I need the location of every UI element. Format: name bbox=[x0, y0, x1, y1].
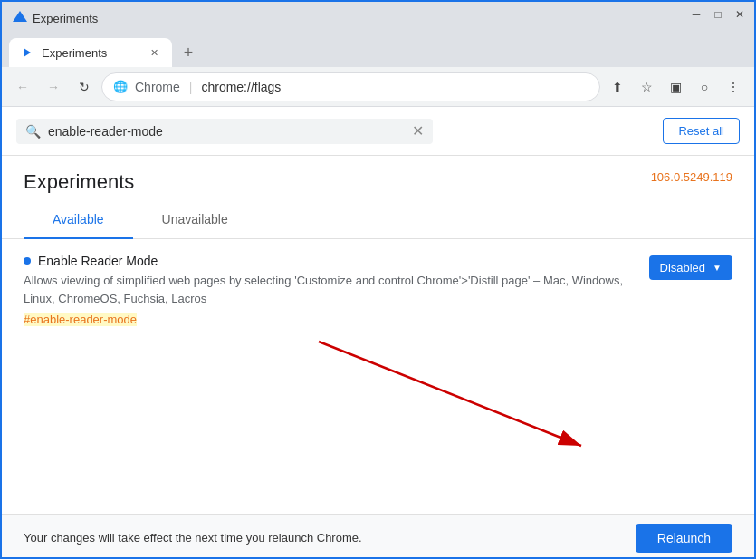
tab-favicon bbox=[20, 45, 34, 60]
flag-control-wrapper: Disabled ▼ bbox=[649, 254, 733, 280]
url-display: chrome://flags bbox=[201, 80, 281, 94]
flag-name-row: Enable Reader Mode bbox=[24, 254, 635, 268]
chevron-down-icon: ▼ bbox=[713, 263, 722, 273]
relaunch-button[interactable]: Relaunch bbox=[636, 524, 732, 553]
new-tab-button[interactable]: + bbox=[176, 40, 201, 65]
profile-button[interactable]: ○ bbox=[691, 73, 718, 101]
version-text: 106.0.5249.119 bbox=[651, 170, 732, 184]
tab-unavailable[interactable]: Unavailable bbox=[133, 201, 257, 239]
bottom-message: Your changes will take effect the next t… bbox=[24, 531, 362, 545]
security-icon: 🌐 bbox=[113, 80, 128, 93]
title-bar: Experiments ─ □ ✕ bbox=[2, 2, 754, 34]
menu-button[interactable]: ⋮ bbox=[720, 73, 747, 101]
svg-line-2 bbox=[319, 342, 581, 446]
page-title: Experiments bbox=[24, 170, 134, 194]
tabs-row: Available Unavailable bbox=[2, 201, 754, 239]
tab-label: Experiments bbox=[42, 46, 107, 60]
search-icon: 🔍 bbox=[25, 124, 41, 139]
refresh-button[interactable]: ↻ bbox=[71, 73, 98, 101]
tab-available[interactable]: Available bbox=[24, 201, 133, 239]
tab-close-button[interactable]: ✕ bbox=[147, 45, 161, 60]
experiments-header: Experiments 106.0.5249.119 bbox=[2, 156, 754, 194]
url-separator: | bbox=[189, 80, 193, 94]
nav-right-icons: ⬆ ☆ ▣ ○ ⋮ bbox=[604, 73, 747, 101]
app-favicon bbox=[13, 9, 27, 27]
content-area: 🔍 ✕ Reset all Experiments 106.0.5249.119… bbox=[2, 107, 754, 514]
bottom-bar: Your changes will take effect the next t… bbox=[2, 514, 754, 559]
flag-dropdown-label: Disabled bbox=[660, 261, 706, 275]
chrome-label: Chrome bbox=[135, 80, 180, 94]
active-tab[interactable]: Experiments ✕ bbox=[9, 38, 172, 67]
red-arrow-annotation bbox=[92, 287, 726, 468]
maximize-button[interactable]: □ bbox=[709, 5, 727, 24]
reset-all-button[interactable]: Reset all bbox=[663, 118, 740, 144]
minimize-button[interactable]: ─ bbox=[687, 5, 705, 24]
tab-title: Experiments bbox=[33, 12, 98, 25]
flag-dropdown-button[interactable]: Disabled ▼ bbox=[649, 255, 733, 280]
tab-bar: Experiments ✕ + bbox=[2, 34, 754, 67]
nav-bar: ← → ↻ 🌐 Chrome | chrome://flags ⬆ ☆ ▣ ○ … bbox=[2, 67, 754, 107]
flag-status-dot bbox=[24, 257, 31, 265]
search-input-wrapper[interactable]: 🔍 ✕ bbox=[16, 119, 433, 144]
back-button[interactable]: ← bbox=[9, 73, 36, 101]
close-button[interactable]: ✕ bbox=[731, 5, 749, 24]
search-input[interactable] bbox=[48, 124, 405, 139]
flag-name: Enable Reader Mode bbox=[38, 254, 158, 268]
bookmark-button[interactable]: ☆ bbox=[633, 73, 660, 101]
forward-button[interactable]: → bbox=[40, 73, 67, 101]
split-button[interactable]: ▣ bbox=[662, 73, 689, 101]
window-controls: ─ □ ✕ bbox=[687, 5, 749, 24]
clear-search-button[interactable]: ✕ bbox=[412, 124, 424, 139]
svg-marker-0 bbox=[13, 11, 27, 22]
search-bar-area: 🔍 ✕ Reset all bbox=[2, 107, 754, 156]
address-bar[interactable]: 🌐 Chrome | chrome://flags bbox=[101, 72, 600, 101]
share-button[interactable]: ⬆ bbox=[604, 73, 631, 101]
annotation-area bbox=[2, 342, 754, 487]
